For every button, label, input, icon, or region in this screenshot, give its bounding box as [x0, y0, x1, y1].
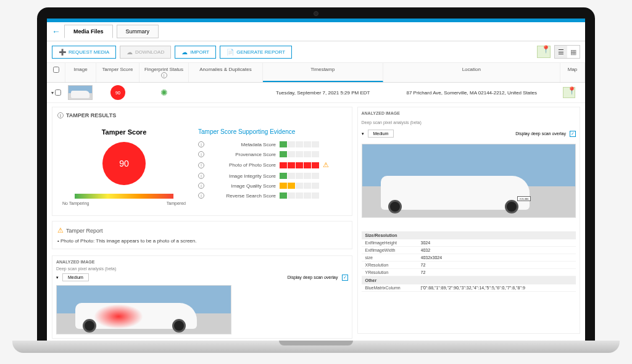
- table-row[interactable]: ▾ 90 ✺ Tuesday, September 7, 2021 5:29 P…: [47, 83, 585, 103]
- meta-section-size: Size/Resolution: [362, 231, 576, 239]
- evidence-label: Provenance Score: [208, 152, 276, 157]
- th-map[interactable]: Map: [560, 63, 585, 82]
- evidence-block: Tamper Score Supporting Evidence iMetada…: [198, 128, 342, 205]
- th-image[interactable]: Image: [65, 63, 96, 82]
- score-circle: 90: [102, 142, 146, 185]
- tabs-row: ← Media Files Summary: [47, 22, 585, 41]
- title-text: Tamper Report: [66, 228, 103, 234]
- td-expand: ▾: [47, 87, 65, 98]
- td-map[interactable]: 📍: [560, 85, 585, 101]
- info-icon[interactable]: i: [57, 112, 64, 118]
- th-anomalies[interactable]: Anomalies & Duplicates: [189, 63, 263, 82]
- label-left: No Tampering: [62, 201, 89, 205]
- tamper-report-panel: ⚠ Tamper Report • Photo of Photo: This i…: [52, 221, 352, 249]
- expand-caret-icon[interactable]: ▾: [51, 90, 54, 96]
- scan-level-select[interactable]: Medium: [368, 130, 394, 138]
- meta-row: BlueMatrixColumn["0":88,"1":89,"2":90,"3…: [362, 284, 576, 292]
- score-badge: 90: [110, 85, 125, 100]
- deep-scan-controls: ▾ Medium Display deep scan overlay ✓: [362, 130, 576, 138]
- row-map-icon: 📍: [563, 87, 575, 98]
- info-icon[interactable]: i: [198, 183, 204, 189]
- app-screen: ← Media Files Summary ➕ REQUEST MEDIA ☁ …: [47, 19, 585, 344]
- evidence-label: Image Integrity Score: [208, 173, 276, 179]
- overlay-label: Display deep scan overlay: [515, 131, 566, 136]
- info-icon[interactable]: i: [198, 141, 204, 147]
- info-icon[interactable]: i: [198, 192, 204, 199]
- meta-value: ["0":88,"1":89,"2":90,"3":32,"4":14,"5":…: [421, 286, 573, 290]
- td-thumbnail[interactable]: [65, 83, 96, 102]
- tab-summary[interactable]: Summary: [117, 25, 159, 38]
- license-plate: KXL386: [517, 196, 531, 201]
- deep-scan-note: Deep scan pixel analysis (beta): [362, 120, 576, 125]
- score-boxes: [280, 192, 319, 199]
- scan-level-select[interactable]: Medium: [62, 273, 89, 281]
- grid-view-icon[interactable]: ▦: [567, 46, 580, 58]
- td-anomalies: [189, 90, 263, 95]
- camera-icon: [314, 11, 318, 16]
- evidence-label: Metadata Score: [208, 142, 276, 147]
- thumbnail-image: [68, 85, 93, 100]
- select-all-checkbox[interactable]: [53, 67, 59, 73]
- btn-label: GENERATE REPORT: [236, 49, 285, 55]
- caret-down-icon[interactable]: ▾: [56, 275, 59, 280]
- import-button[interactable]: ☁ IMPORT: [175, 46, 216, 59]
- meta-row: YResolution72: [362, 269, 576, 276]
- list-view-icon[interactable]: ☰: [555, 46, 567, 58]
- evidence-row: iReverse Search Score: [198, 192, 342, 199]
- evidence-row: iImage Quality Score: [198, 183, 342, 189]
- cloud-download-icon: ☁: [127, 49, 133, 56]
- meta-row: ExifImageWidth4032: [362, 247, 576, 254]
- right-column: ANALYZED IMAGE Deep scan pixel analysis …: [357, 107, 581, 334]
- back-arrow-icon[interactable]: ←: [52, 27, 60, 36]
- info-icon[interactable]: i: [198, 173, 204, 179]
- score-boxes: [280, 162, 319, 168]
- request-media-button[interactable]: ➕ REQUEST MEDIA: [52, 46, 116, 59]
- generate-report-button[interactable]: 📄 GENERATE REPORT: [220, 46, 292, 59]
- th-timestamp[interactable]: Timestamp: [263, 63, 383, 82]
- info-icon[interactable]: i: [198, 162, 204, 168]
- laptop-base: [12, 341, 620, 353]
- analyzed-image-with-overlay[interactable]: [56, 285, 231, 334]
- btn-label: IMPORT: [190, 49, 209, 55]
- report-title: ⚠ Tamper Report: [57, 226, 347, 234]
- th-fingerprint[interactable]: Fingerprint Status i: [139, 63, 189, 82]
- pin-icon: 📍: [567, 86, 576, 95]
- bar-labels: No Tampering Tampered: [62, 201, 186, 205]
- fingerprint-ok-icon: ✺: [160, 88, 168, 97]
- overlay-checkbox[interactable]: ✓: [570, 131, 576, 137]
- detail-pane: i TAMPER RESULTS Tamper Score 90 No Tamp…: [47, 103, 585, 337]
- evidence-row: iPhoto of Photo Score⚠: [198, 161, 342, 169]
- meta-row: size4032x3024: [362, 254, 576, 262]
- table-header: Image Tamper Score Fingerprint Status i …: [47, 63, 585, 83]
- report-body: • Photo of Photo: This image appears to …: [57, 238, 347, 244]
- info-icon[interactable]: i: [161, 72, 167, 78]
- analyzed-image[interactable]: KXL386: [362, 144, 576, 218]
- caret-down-icon[interactable]: ▾: [362, 131, 364, 136]
- map-thumbnail-icon[interactable]: 📍: [537, 46, 551, 58]
- evidence-label: Reverse Search Score: [208, 193, 276, 199]
- document-icon: 📄: [227, 49, 234, 56]
- btn-label: DOWNLOAD: [135, 49, 164, 55]
- th-tamper-score[interactable]: Tamper Score: [96, 63, 139, 82]
- left-column: i TAMPER RESULTS Tamper Score 90 No Tamp…: [52, 107, 352, 334]
- analyzed-image-panel-lower: ANALYZED IMAGE Deep scan pixel analysis …: [52, 255, 352, 339]
- download-button: ☁ DOWNLOAD: [120, 46, 171, 59]
- metadata-table: Size/Resolution ExifImageHeight3024ExifI…: [362, 231, 576, 292]
- deep-scan-controls: ▾ Medium Display deep scan overlay ✓: [56, 273, 348, 281]
- th-location[interactable]: Location: [383, 63, 560, 82]
- meta-section-other: Other: [362, 276, 576, 284]
- view-toggle: ☰ ▦: [554, 45, 580, 59]
- row-checkbox[interactable]: [55, 89, 61, 96]
- tamper-results-panel: i TAMPER RESULTS Tamper Score 90 No Tamp…: [52, 107, 352, 216]
- laptop-frame: ← Media Files Summary ➕ REQUEST MEDIA ☁ …: [37, 7, 595, 344]
- tab-media-files[interactable]: Media Files: [64, 25, 113, 38]
- overlay-checkbox[interactable]: ✓: [342, 275, 348, 281]
- meta-key: size: [365, 255, 421, 260]
- evidence-row: iImage Integrity Score: [198, 173, 342, 179]
- cloud-upload-icon: ☁: [181, 49, 188, 56]
- evidence-title: Tamper Score Supporting Evidence: [198, 128, 342, 135]
- info-icon[interactable]: i: [198, 151, 204, 157]
- actions-row: ➕ REQUEST MEDIA ☁ DOWNLOAD ☁ IMPORT 📄 GE…: [47, 41, 585, 63]
- th-label: Fingerprint Status: [144, 67, 183, 72]
- overlay-label: Display deep scan overlay: [288, 275, 338, 279]
